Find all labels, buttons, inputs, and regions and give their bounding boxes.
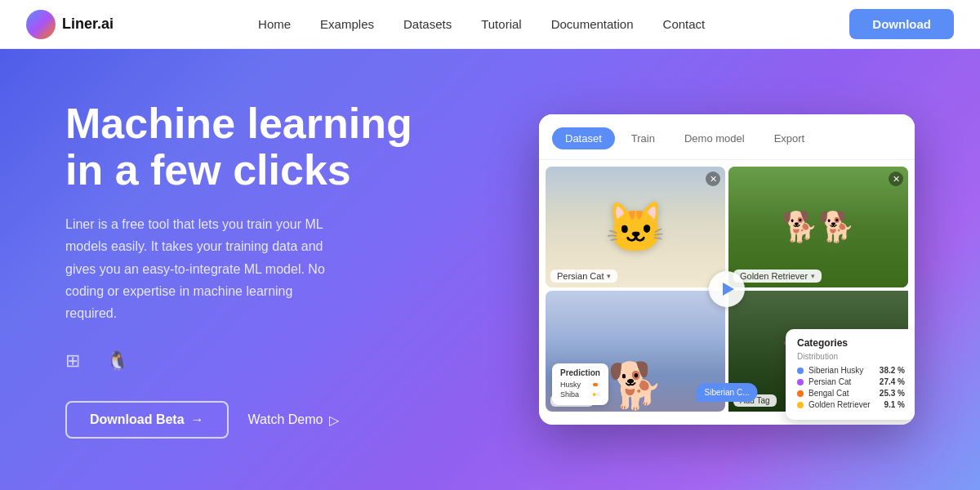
play-button[interactable]: [709, 271, 745, 307]
nav-link-tutorial[interactable]: Tutorial: [481, 17, 521, 31]
cat-name-2: Bengal Cat: [808, 389, 875, 398]
pred-label-husky: Husky: [560, 381, 590, 389]
close-icon-dogs[interactable]: ✕: [889, 172, 903, 186]
tab-export[interactable]: Export: [761, 127, 818, 149]
prediction-title: Prediction: [560, 368, 600, 377]
cat-dot-1: [797, 379, 804, 385]
chat-bubble: Siberian C...: [696, 383, 757, 402]
arrow-icon: →: [191, 412, 204, 427]
play-icon: ▷: [329, 412, 339, 428]
prediction-card: Prediction Husky Shiba: [552, 363, 608, 405]
logo-text: Liner.ai: [62, 16, 114, 33]
cat-pct-2: 25.3 %: [880, 389, 905, 398]
hero-description: Liner is a free tool that lets you train…: [65, 213, 343, 324]
hero-left: Machine learning in a few clicks Liner i…: [65, 100, 457, 439]
tab-demo-model[interactable]: Demo model: [671, 127, 758, 149]
os-icons: ⊞ 🐧: [65, 350, 457, 372]
cat-label-text: Persian Cat: [557, 271, 604, 281]
logo-icon: [26, 10, 56, 39]
watch-demo-label: Watch Demo: [248, 412, 323, 427]
label-arrow-dogs: ▾: [811, 272, 815, 280]
nav-link-contact[interactable]: Contact: [663, 17, 706, 31]
close-icon-cat[interactable]: ✕: [706, 172, 720, 186]
pred-track-husky: [593, 383, 600, 386]
categories-card: Categories Distribution Siberian Husky 3…: [786, 329, 915, 420]
logo[interactable]: Liner.ai: [26, 10, 114, 39]
tab-dataset[interactable]: Dataset: [552, 127, 615, 149]
cat-label[interactable]: Persian Cat ▾: [550, 270, 617, 283]
cat-pct-0: 38.2 %: [880, 366, 905, 375]
app-tabs: Dataset Train Demo model Export: [539, 114, 915, 160]
image-card-cat: 🐱 ✕ Persian Cat ▾: [546, 167, 725, 287]
pred-bar-husky: Husky: [560, 381, 600, 389]
categories-title: Categories: [797, 337, 905, 349]
app-mockup: Dataset Train Demo model Export 🐱 ✕ Pers…: [539, 114, 915, 425]
nav-link-home[interactable]: Home: [258, 17, 291, 31]
download-beta-button[interactable]: Download Beta →: [65, 401, 229, 439]
hero-section: Machine learning in a few clicks Liner i…: [0, 49, 980, 490]
nav-link-datasets[interactable]: Datasets: [403, 17, 452, 31]
cat-name-0: Siberian Husky: [808, 366, 875, 375]
hero-actions: Download Beta → Watch Demo ▷: [65, 401, 457, 439]
download-beta-label: Download Beta: [90, 412, 185, 427]
pred-track-shiba: [593, 393, 600, 396]
tab-train[interactable]: Train: [618, 127, 668, 149]
pred-bar-shiba: Shiba: [560, 390, 600, 399]
pred-fill-husky: [593, 383, 598, 386]
cat-dot-2: [797, 390, 804, 397]
nav-download-button[interactable]: Download: [849, 9, 954, 39]
nav-links: Home Examples Datasets Tutorial Document…: [258, 17, 705, 31]
cat-pct-3: 9.1 %: [884, 400, 905, 409]
categories-subtitle: Distribution: [797, 352, 905, 361]
images-grid: 🐱 ✕ Persian Cat ▾ 🐕🐕 ✕ Golden Retri: [539, 160, 915, 418]
nav-link-examples[interactable]: Examples: [320, 17, 374, 31]
cat-pct-1: 27.4 %: [880, 377, 905, 386]
category-row-1: Persian Cat 27.4 %: [797, 377, 905, 386]
linux-icon: 🐧: [106, 350, 128, 372]
category-row-0: Siberian Husky 38.2 %: [797, 366, 905, 375]
label-arrow: ▾: [607, 272, 611, 280]
dogs-label-text: Golden Retriever: [740, 271, 808, 281]
watch-demo-button[interactable]: Watch Demo ▷: [248, 412, 340, 428]
navbar: Liner.ai Home Examples Datasets Tutorial…: [0, 0, 980, 49]
pred-label-shiba: Shiba: [560, 390, 590, 399]
nav-link-documentation[interactable]: Documentation: [551, 17, 634, 31]
play-triangle-icon: [723, 283, 734, 296]
category-row-2: Bengal Cat 25.3 %: [797, 389, 905, 398]
windows-icon: ⊞: [65, 350, 80, 372]
dogs-label[interactable]: Golden Retriever ▾: [733, 270, 822, 283]
pred-fill-shiba: [593, 393, 595, 396]
hero-title: Machine learning in a few clicks: [65, 100, 457, 194]
cat-name-3: Golden Retriever: [808, 400, 879, 409]
category-row-3: Golden Retriever 9.1 %: [797, 400, 905, 409]
image-card-dogs: 🐕🐕 ✕ Golden Retriever ▾: [728, 167, 908, 287]
cat-dot-3: [797, 402, 804, 408]
cat-name-1: Persian Cat: [808, 377, 875, 386]
cat-dot-0: [797, 368, 804, 374]
hero-right: Dataset Train Demo model Export 🐱 ✕ Pers…: [506, 114, 915, 425]
